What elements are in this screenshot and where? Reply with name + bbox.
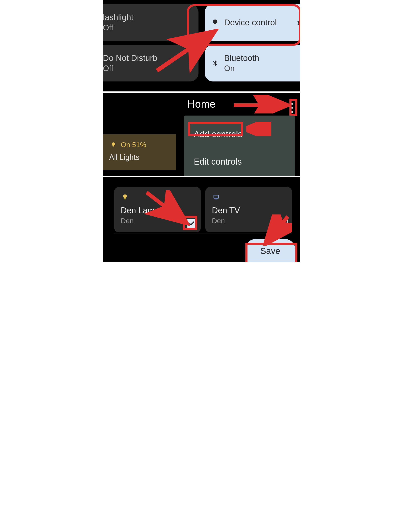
flashlight-title: lashlight bbox=[103, 13, 134, 22]
all-lights-status: On 51% bbox=[121, 141, 146, 149]
bluetooth-status: On bbox=[224, 64, 259, 73]
flashlight-tile[interactable]: lashlight Off bbox=[103, 4, 198, 41]
device-card-den-tv[interactable]: Den TV Den bbox=[205, 187, 292, 232]
lightbulb-icon bbox=[211, 18, 219, 27]
device-controls-label: Device control bbox=[224, 18, 277, 27]
device-name: Den Lamp bbox=[121, 206, 196, 215]
device-checkbox-unchecked[interactable] bbox=[278, 219, 288, 228]
bluetooth-icon bbox=[211, 59, 219, 67]
divider bbox=[114, 234, 292, 234]
lightbulb-icon bbox=[109, 140, 118, 149]
all-lights-tile[interactable]: On 51% All Lights bbox=[103, 134, 176, 170]
all-lights-label: All Lights bbox=[109, 153, 172, 162]
dnd-title: Do Not Disturb bbox=[103, 53, 157, 63]
device-name: Den TV bbox=[212, 206, 287, 215]
save-button[interactable]: Save bbox=[245, 239, 295, 262]
dnd-tile[interactable]: Do Not Disturb Off bbox=[103, 45, 198, 82]
device-card-den-lamp[interactable]: Den Lamp Den bbox=[114, 187, 201, 232]
chevron-right-icon: › bbox=[297, 17, 300, 28]
menu-add-controls[interactable]: Add controls bbox=[192, 125, 244, 144]
dnd-status: Off bbox=[103, 64, 157, 73]
device-room: Den bbox=[212, 217, 287, 225]
add-controls-panel: Den Lamp Den Den TV Den bbox=[103, 177, 300, 262]
device-room: Den bbox=[121, 217, 196, 225]
home-title: Home bbox=[103, 93, 300, 110]
quick-settings-panel: lashlight Off Device control › Do Not Di… bbox=[103, 0, 300, 91]
device-controls-home-panel: Home On 51% All Lights Add controls Edit… bbox=[103, 93, 300, 176]
bluetooth-title: Bluetooth bbox=[224, 53, 259, 63]
device-checkbox-checked[interactable] bbox=[187, 219, 197, 228]
lightbulb-icon bbox=[121, 193, 129, 201]
menu-edit-controls[interactable]: Edit controls bbox=[192, 152, 243, 171]
tv-icon bbox=[212, 193, 220, 201]
svg-rect-3 bbox=[214, 195, 218, 198]
overflow-menu-button[interactable] bbox=[289, 101, 295, 115]
bluetooth-tile[interactable]: Bluetooth On bbox=[205, 45, 300, 82]
device-controls-tile[interactable]: Device control › bbox=[205, 4, 300, 41]
overflow-menu: Add controls Edit controls bbox=[184, 115, 295, 176]
flashlight-status: Off bbox=[103, 23, 134, 32]
